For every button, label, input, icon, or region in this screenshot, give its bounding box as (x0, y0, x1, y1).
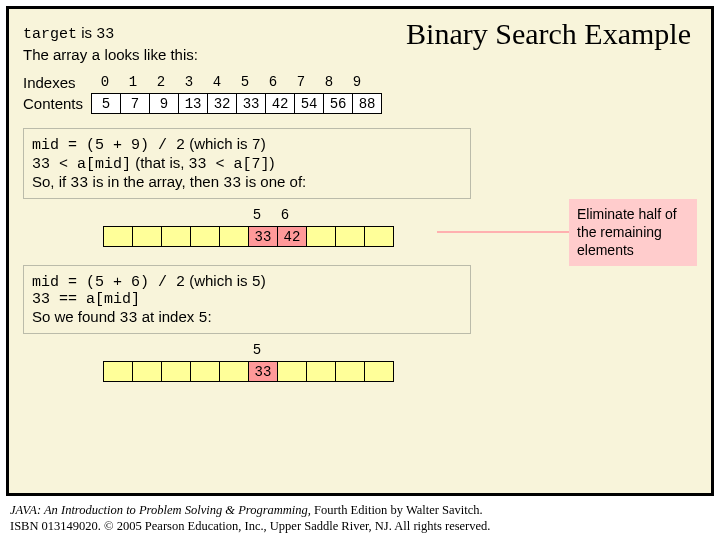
step1-thatis: (that is, (135, 154, 184, 171)
idx-cell: 0 (91, 72, 119, 93)
target-value: 33 (96, 26, 114, 43)
sub2-con (103, 361, 133, 382)
sub1-idx (327, 205, 355, 226)
sub1-idx (131, 205, 159, 226)
step1-which: (which is (189, 135, 247, 152)
step1-line1: mid = (5 + 9) / 2 (which is 7) (32, 135, 462, 154)
idx-cell: 3 (175, 72, 203, 93)
idx-cell: 4 (203, 72, 231, 93)
con-cell: 9 (150, 93, 179, 114)
sub2-con (133, 361, 162, 382)
idx-cell: 6 (259, 72, 287, 93)
sub1-con (307, 226, 336, 247)
step2-subarray: 5 33 (103, 340, 697, 386)
sub1-con-hi: 33 (249, 226, 278, 247)
sub1-idx: 6 (271, 205, 299, 226)
sub2-con (307, 361, 336, 382)
step2-mid-val: 5 (252, 274, 261, 291)
step1-soif: So, if (32, 173, 66, 190)
sub1-con (365, 226, 394, 247)
step1-mid-expr: mid = (5 + 9) / 2 (32, 137, 185, 154)
array-name: a (91, 48, 100, 65)
sub1-idx (103, 205, 131, 226)
sub1-con (191, 226, 220, 247)
target-is: is (81, 24, 92, 41)
con-cell: 42 (266, 93, 295, 114)
step1-paren2: ) (270, 154, 275, 171)
step2-idx5: 5 (198, 310, 207, 327)
idx-cell: 5 (231, 72, 259, 93)
step1-inarr: is in the array, then (93, 173, 219, 190)
step2-which: (which is (189, 272, 247, 289)
sub2-con (162, 361, 191, 382)
footer-author: Fourth Edition by Walter Savitch. (314, 503, 483, 517)
target-label: target (23, 26, 77, 43)
footer-line1: JAVA: An Introduction to Problem Solving… (10, 502, 710, 518)
step1-box: mid = (5 + 9) / 2 (which is 7) 33 < a[mi… (23, 128, 471, 199)
idx-cell: 9 (343, 72, 371, 93)
sub1-idx (215, 205, 243, 226)
step2-paren: ) (261, 272, 266, 289)
step1-cmp2: 33 < a[7] (189, 156, 270, 173)
sub1-con-hi: 42 (278, 226, 307, 247)
sub1-con (162, 226, 191, 247)
con-cell: 5 (91, 93, 121, 114)
sub1-idx (355, 205, 383, 226)
sub2-idx (215, 340, 243, 361)
sub2-con (365, 361, 394, 382)
label-indexes: Indexes (23, 72, 83, 93)
sub2-idx (159, 340, 187, 361)
slide-title: Binary Search Example (406, 17, 691, 51)
step2-atidx: at index (142, 308, 195, 325)
idx-cell: 2 (147, 72, 175, 93)
sub1-con (103, 226, 133, 247)
content-row: 5 7 9 13 32 33 42 54 56 88 (91, 93, 382, 114)
eliminate-note: Eliminate half of the remaining elements (569, 199, 697, 266)
con-cell: 56 (324, 93, 353, 114)
array-prefix: The array (23, 46, 87, 63)
step2-eq: 33 == a[mid] (32, 291, 462, 308)
sub2-idx: 5 (243, 340, 271, 361)
sub2-con (278, 361, 307, 382)
array-suffix: looks like this: (105, 46, 198, 63)
row-labels: Indexes Contents (23, 72, 83, 114)
sub1-idx (299, 205, 327, 226)
con-cell: 13 (179, 93, 208, 114)
sub2-idx (299, 340, 327, 361)
sub2-con-hi: 33 (249, 361, 278, 382)
step1-33a: 33 (70, 175, 88, 192)
idx-cell: 1 (119, 72, 147, 93)
sub2-index-row: 5 (103, 340, 394, 361)
sub1-con (336, 226, 365, 247)
sub1-idx (159, 205, 187, 226)
label-contents: Contents (23, 93, 83, 114)
con-cell: 33 (237, 93, 266, 114)
step1-mid-val: 7 (252, 137, 261, 154)
sub1-con (220, 226, 249, 247)
sub2-idx (187, 340, 215, 361)
idx-cell: 7 (287, 72, 315, 93)
step1-line3: So, if 33 is in the array, then 33 is on… (32, 173, 462, 192)
step2-colon: : (208, 308, 212, 325)
step1-33b: 33 (223, 175, 241, 192)
step2-mid-expr: mid = (5 + 6) / 2 (32, 274, 185, 291)
step2-sowe: So we found (32, 308, 115, 325)
sub1-idx: 5 (243, 205, 271, 226)
array-cells: 0 1 2 3 4 5 6 7 8 9 5 7 9 13 32 33 42 54… (91, 72, 382, 114)
idx-cell: 8 (315, 72, 343, 93)
note-connector (437, 231, 587, 233)
sub2-content-row: 33 (103, 361, 394, 382)
footer-line2: ISBN 013149020. © 2005 Pearson Education… (10, 518, 710, 534)
sub2-con (336, 361, 365, 382)
con-cell: 54 (295, 93, 324, 114)
main-array-table: Indexes Contents 0 1 2 3 4 5 6 7 8 9 5 7… (23, 72, 697, 114)
slide-frame: Binary Search Example target is 33 The a… (6, 6, 714, 496)
step1-cmp: 33 < a[mid] (32, 156, 131, 173)
step2-line1: mid = (5 + 6) / 2 (which is 5) (32, 272, 462, 291)
sub2-idx (327, 340, 355, 361)
footer-credit: JAVA: An Introduction to Problem Solving… (10, 502, 710, 535)
sub1-con (133, 226, 162, 247)
step2-33: 33 (120, 310, 138, 327)
step1-paren: ) (261, 135, 266, 152)
con-cell: 7 (121, 93, 150, 114)
